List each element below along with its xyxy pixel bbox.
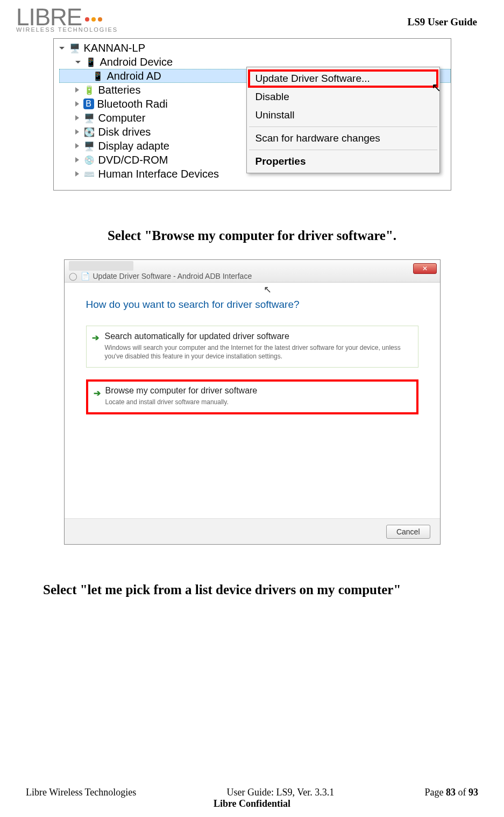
bluetooth-icon: B xyxy=(83,98,94,109)
disk-icon: 💽 xyxy=(83,126,95,137)
driver-wizard-screenshot: ◯ 📄 Update Driver Software - Android ADB… xyxy=(64,259,441,545)
option-title: Search automatically for updated driver … xyxy=(105,332,410,341)
footer-row: Libre Wireless Technologies User Guide: … xyxy=(0,787,504,798)
footer-page: Page 83 of 93 xyxy=(424,787,478,798)
cancel-button[interactable]: Cancel xyxy=(386,525,430,539)
instruction-text: Select "Browse my computer for driver so… xyxy=(22,228,482,243)
collapse-icon xyxy=(75,87,79,93)
wizard-footer: Cancel xyxy=(65,518,440,544)
wizard-heading: How do you want to search for driver sof… xyxy=(86,299,418,311)
cursor-icon: ↖ xyxy=(431,81,441,95)
page-header: LIBRE WIRELESS TECHNOLOGIES LS9 User Gui… xyxy=(0,0,504,33)
tree-item-label: Human Interface Devices xyxy=(98,168,219,180)
collapse-icon xyxy=(75,129,79,135)
collapse-icon xyxy=(75,115,79,121)
menu-properties[interactable]: Properties xyxy=(248,152,438,171)
page-total: 93 xyxy=(468,787,478,798)
logo-text: LIBRE xyxy=(16,5,118,29)
menu-uninstall[interactable]: Uninstall xyxy=(248,106,438,124)
menu-item-label: Scan for hardware changes xyxy=(255,132,380,144)
menu-separator xyxy=(249,150,437,150)
dvd-icon: 💿 xyxy=(83,154,95,165)
tree-item-label: DVD/CD-ROM xyxy=(98,154,168,166)
menu-disable[interactable]: Disable xyxy=(248,88,438,106)
collapse-icon xyxy=(75,101,79,107)
page-of: of xyxy=(456,787,468,798)
device-icon: 📄 xyxy=(81,272,90,280)
arrow-icon: ➔ xyxy=(92,333,99,343)
wizard-body: How do you want to search for driver sof… xyxy=(65,283,440,414)
collapse-icon xyxy=(75,171,79,177)
page-current: 83 xyxy=(446,787,456,798)
option-browse-computer[interactable]: ➔ Browse my computer for driver software… xyxy=(86,379,418,414)
tree-item-label: Bluetooth Radi xyxy=(97,98,168,110)
titlebar-blur xyxy=(69,261,133,271)
page-label: Page xyxy=(424,787,446,798)
collapse-icon xyxy=(75,157,79,163)
tree-item-label: Disk drives xyxy=(98,126,151,138)
wizard-titlebar: ◯ 📄 Update Driver Software - Android ADB… xyxy=(65,261,440,283)
close-button[interactable]: ✕ xyxy=(413,263,437,274)
option-search-auto[interactable]: ➔ Search automatically for updated drive… xyxy=(86,326,418,368)
cursor-icon: ↖ xyxy=(264,284,272,295)
display-icon: 🖥️ xyxy=(83,140,95,151)
expand-icon xyxy=(75,61,81,64)
page-footer: Libre Wireless Technologies User Guide: … xyxy=(0,787,504,809)
collapse-icon xyxy=(75,143,79,149)
computer-icon: 🖥️ xyxy=(83,112,95,123)
device-icon: 📱 xyxy=(92,71,104,81)
option-desc: Locate and install driver software manua… xyxy=(105,398,410,406)
close-icon: ✕ xyxy=(422,265,428,272)
menu-item-label: Update Driver Software... xyxy=(255,73,370,84)
context-menu: Update Driver Software... Disable Uninst… xyxy=(246,67,440,173)
option-title: Browse my computer for driver software xyxy=(105,386,410,396)
tree-item-label: Batteries xyxy=(98,84,141,96)
tree-root[interactable]: 🖥️ KANNAN-LP xyxy=(59,41,451,55)
wizard-title: Update Driver Software - Android ADB Int… xyxy=(93,272,252,280)
arrow-icon: ➔ xyxy=(94,388,101,398)
computer-icon: 🖥️ xyxy=(69,43,81,53)
menu-update-driver[interactable]: Update Driver Software... xyxy=(248,69,438,88)
android-icon: 📱 xyxy=(85,57,97,67)
wizard-title-row: ◯ 📄 Update Driver Software - Android ADB… xyxy=(69,272,440,280)
tree-item-label: Computer xyxy=(98,112,146,124)
logo: LIBRE WIRELESS TECHNOLOGIES xyxy=(16,5,118,33)
footer-version: User Guide: LS9, Ver. 3.3.1 xyxy=(227,787,335,798)
tree-root-label: KANNAN-LP xyxy=(84,42,145,54)
menu-item-label: Properties xyxy=(255,156,306,167)
tree-item-label: Android AD xyxy=(107,70,161,82)
option-desc: Windows will search your computer and th… xyxy=(105,343,410,361)
battery-icon: 🔋 xyxy=(83,84,95,95)
tree-item-label: Android Device xyxy=(100,56,173,68)
logo-subtext: WIRELESS TECHNOLOGIES xyxy=(16,27,118,33)
menu-separator xyxy=(249,126,437,127)
logo-main-text: LIBRE xyxy=(16,5,82,29)
device-manager-screenshot: 🖥️ KANNAN-LP 📱 Android Device 📱 Android … xyxy=(53,38,451,191)
cancel-label: Cancel xyxy=(396,527,420,536)
logo-dots-icon xyxy=(85,17,102,22)
footer-company: Libre Wireless Technologies xyxy=(26,787,136,798)
menu-scan[interactable]: Scan for hardware changes xyxy=(248,129,438,147)
footer-confidential: Libre Confidential xyxy=(214,798,290,809)
expand-icon xyxy=(59,47,65,50)
doc-title: LS9 User Guide xyxy=(407,16,477,28)
tree-item-label: Display adapte xyxy=(98,140,169,152)
back-icon[interactable]: ◯ xyxy=(69,272,77,280)
hid-icon: ⌨️ xyxy=(83,168,95,179)
menu-item-label: Disable xyxy=(255,91,289,102)
instruction-text: Select "let me pick from a list device d… xyxy=(43,582,482,597)
menu-item-label: Uninstall xyxy=(255,109,295,121)
